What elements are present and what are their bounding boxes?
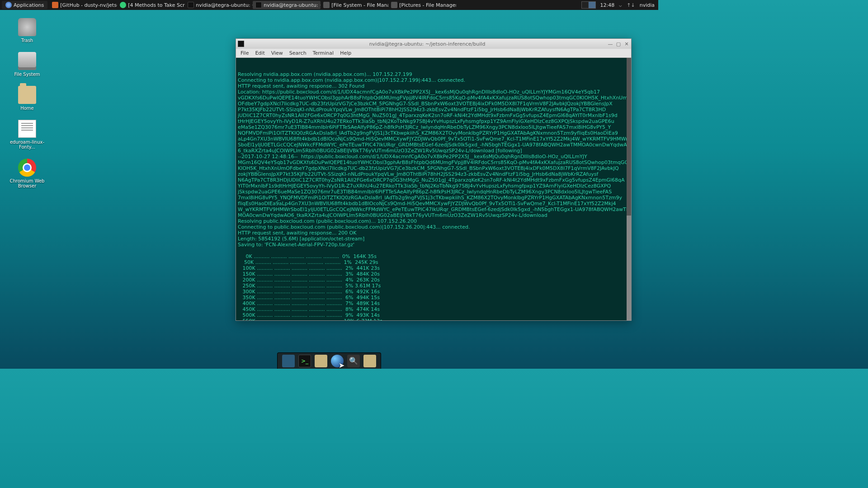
desktop-icon-label: Home xyxy=(20,106,34,111)
bluetooth-icon[interactable]: ⌵ xyxy=(619,2,622,8)
desktop-icon[interactable]: File System xyxy=(9,52,45,77)
applications-menu[interactable]: Applications xyxy=(2,1,47,9)
menu-file[interactable]: File xyxy=(241,50,249,56)
terminal-window[interactable]: nvidia@tegra-ubuntu: ~/jetson-inference/… xyxy=(236,38,632,321)
taskbar-label: nvidia@tegra-ubuntu: ~... xyxy=(264,2,321,8)
mouse-cursor-icon: ➤ xyxy=(339,361,344,369)
desktop-icon[interactable]: eduroam-linux-Fonty... xyxy=(9,120,45,150)
taskbar-item[interactable]: [File System - File Mana... xyxy=(321,1,388,9)
window-tasklist: [GitHub - dusty-nv/jetso...[4 Methods to… xyxy=(49,1,456,9)
desktop-icon-label: File System xyxy=(14,72,40,77)
taskbar-item[interactable]: [4 Methods to Take Scre... xyxy=(117,1,185,9)
menu-view[interactable]: View xyxy=(271,50,283,56)
dock-file-manager[interactable] xyxy=(315,355,327,367)
taskbar-item[interactable]: [GitHub - dusty-nv/jetso... xyxy=(49,1,117,9)
terminal-scrollbar[interactable] xyxy=(627,58,631,320)
desktop-glyph xyxy=(18,120,36,138)
taskbar-label: nvidia@tegra-ubuntu: ~... xyxy=(196,2,253,8)
taskbar-label: [4 Methods to Take Scre... xyxy=(128,2,185,8)
scrollbar-thumb[interactable] xyxy=(627,216,631,320)
bottom-dock: >_ 🔍 ➤ xyxy=(277,352,381,369)
desktop-glyph xyxy=(18,52,36,70)
desktop-icons: TrashFile SystemHomeeduroam-linux-Fonty.… xyxy=(9,18,45,188)
desktop-glyph xyxy=(18,86,36,104)
terminal-output: Resolving nvidia.app.box.com (nvidia.app… xyxy=(238,71,629,320)
dock-folder[interactable] xyxy=(363,355,376,367)
dock-show-desktop[interactable] xyxy=(282,355,295,367)
app-icon xyxy=(391,2,397,8)
menu-terminal[interactable]: Terminal xyxy=(313,50,334,56)
desktop-icon[interactable]: Chromium Web Browser xyxy=(9,159,45,188)
clock[interactable]: 12:48 xyxy=(600,2,615,8)
window-title: nvidia@tegra-ubuntu: ~/jetson-inference/… xyxy=(247,41,608,47)
app-icon xyxy=(323,2,330,8)
xfce-mouse-icon xyxy=(5,2,12,8)
app-icon xyxy=(120,2,126,8)
terminal-menubar: FileEditViewSearchTerminalHelp xyxy=(236,49,631,58)
desktop-icon-label: Trash xyxy=(21,38,33,43)
menu-edit[interactable]: Edit xyxy=(255,50,264,56)
desktop-icon-label: Chromium Web Browser xyxy=(9,178,45,188)
terminal-icon xyxy=(238,41,244,47)
network-icon[interactable]: ↑↓ xyxy=(627,2,635,8)
top-panel: Applications [GitHub - dusty-nv/jetso...… xyxy=(0,0,658,10)
taskbar-item[interactable]: nvidia@tegra-ubuntu: ~... xyxy=(253,1,321,9)
terminal-body[interactable]: Resolving nvidia.app.box.com (nvidia.app… xyxy=(236,58,631,320)
desktop-icon-label: eduroam-linux-Fonty... xyxy=(9,140,45,150)
taskbar-label: [GitHub - dusty-nv/jetso... xyxy=(60,2,117,8)
dock-app-finder[interactable]: 🔍 xyxy=(347,355,360,367)
window-maximize-button[interactable]: ▢ xyxy=(616,41,621,47)
applications-label: Applications xyxy=(14,2,44,8)
window-minimize-button[interactable]: — xyxy=(608,41,613,47)
desktop-icon[interactable]: Trash xyxy=(9,18,45,43)
desktop-icon[interactable]: Home xyxy=(9,86,45,111)
app-icon xyxy=(255,2,262,8)
dock-terminal[interactable]: >_ xyxy=(298,355,311,367)
taskbar-item[interactable]: nvidia@tegra-ubuntu: ~... xyxy=(185,1,253,9)
user-label[interactable]: nvidia xyxy=(640,2,655,8)
menu-search[interactable]: Search xyxy=(289,50,307,56)
app-icon xyxy=(52,2,58,8)
desktop-glyph xyxy=(18,159,36,177)
app-icon xyxy=(188,2,194,8)
window-titlebar[interactable]: nvidia@tegra-ubuntu: ~/jetson-inference/… xyxy=(236,39,631,49)
menu-help[interactable]: Help xyxy=(340,50,351,56)
taskbar-item[interactable]: [Pictures - File Manager] xyxy=(388,1,456,9)
taskbar-label: [Pictures - File Manager] xyxy=(399,2,456,8)
taskbar-label: [File System - File Mana... xyxy=(331,2,388,8)
desktop-glyph xyxy=(18,18,36,36)
window-close-button[interactable]: ✕ xyxy=(624,41,629,47)
workspace-switcher[interactable] xyxy=(581,1,596,9)
